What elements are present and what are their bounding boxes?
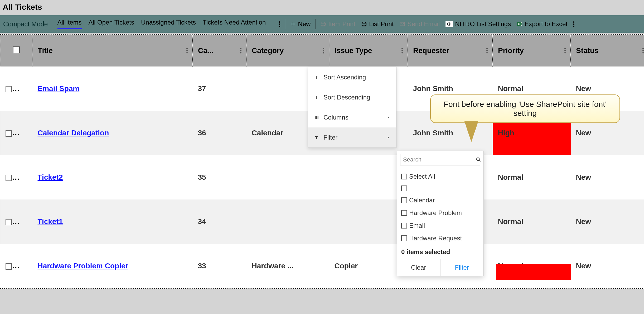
compact-mode-label[interactable]: Compact Mode [3, 20, 48, 28]
ticket-link[interactable]: Hardware Problem Copier [38, 262, 128, 270]
column-menu-icon[interactable] [323, 48, 324, 54]
excel-icon: X [517, 21, 522, 27]
view-unassigned-tickets[interactable]: Unassigned Tickets [138, 17, 199, 31]
view-all-items[interactable]: All Items [54, 17, 85, 31]
filter-option-label: Hardware Problem [409, 209, 462, 217]
filter-option-label: Email [409, 222, 425, 229]
filter-option[interactable] [401, 183, 479, 194]
view-all-open-tickets[interactable]: All Open Tickets [85, 17, 137, 31]
row-category: Hardware ... [246, 244, 329, 288]
new-button[interactable]: New [287, 19, 313, 29]
header-priority[interactable]: Priority [493, 35, 571, 66]
filter-option[interactable]: Hardware Request [401, 232, 479, 245]
filter-option[interactable]: Email [401, 219, 479, 232]
printer-icon [361, 21, 367, 27]
checkbox-icon[interactable] [6, 130, 12, 137]
ticket-link[interactable]: Ticket2 [38, 173, 63, 181]
filter-option[interactable]: Hardware Problem [401, 207, 479, 219]
header-category[interactable]: Category [246, 35, 329, 66]
row-case: 35 [193, 155, 246, 199]
filter-search[interactable] [400, 154, 480, 165]
filter-apply-button[interactable]: Filter [440, 259, 484, 276]
sort-descending[interactable]: Sort Descending [308, 87, 396, 107]
chevron-right-icon [387, 136, 390, 139]
filter-submenu[interactable]: Filter [308, 127, 396, 148]
row-select[interactable]: ... [0, 66, 32, 111]
list-print-label: List Print [369, 20, 394, 28]
ticket-grid: Title Ca... Category Issue Type Requeste… [0, 34, 644, 289]
columns-icon [314, 115, 319, 120]
row-actions-icon[interactable]: ... [12, 129, 20, 137]
header-title-label: Title [38, 46, 53, 55]
views-overflow-icon[interactable] [276, 21, 283, 27]
checkbox-icon[interactable] [13, 46, 20, 53]
header-status[interactable]: Status [571, 35, 644, 66]
export-excel-button[interactable]: X Export to Excel [514, 19, 570, 29]
annotation-callout: Font before enabling 'Use SharePoint sit… [430, 94, 620, 123]
checkbox-icon[interactable] [401, 210, 407, 216]
row-actions-icon[interactable]: ... [12, 173, 20, 182]
row-issue: Copier [329, 244, 408, 288]
row-select[interactable]: ... [0, 244, 32, 288]
list-print-button[interactable]: List Print [359, 19, 396, 29]
row-select[interactable]: ... [0, 155, 32, 199]
header-requester[interactable]: Requester [408, 35, 493, 66]
send-email-button[interactable]: Send Email [397, 19, 442, 29]
filter-option-label: Hardware Request [409, 235, 462, 242]
column-menu-icon[interactable] [186, 48, 188, 54]
checkbox-icon[interactable] [401, 197, 407, 203]
filter-select-all[interactable]: Select All [401, 170, 479, 183]
row-title: Hardware Problem Copier [32, 244, 193, 288]
header-case[interactable]: Ca... [193, 35, 246, 66]
row-issue [329, 155, 408, 199]
callout-tail [465, 122, 478, 142]
columns-submenu[interactable]: Columns [308, 107, 396, 127]
checkbox-icon[interactable] [6, 175, 12, 181]
toolbar-overflow-icon[interactable] [570, 21, 577, 27]
checkbox-icon[interactable] [401, 174, 407, 179]
checkbox-icon[interactable] [401, 223, 407, 229]
arrow-down-icon [314, 95, 319, 100]
checkbox-icon[interactable] [6, 219, 12, 225]
filter-option[interactable]: Calendar [401, 194, 479, 207]
new-button-label: New [298, 20, 311, 28]
header-issue-type[interactable]: Issue Type [329, 35, 408, 66]
row-actions-icon[interactable]: ... [12, 84, 20, 93]
header-title[interactable]: Title [32, 35, 193, 66]
columns-label: Columns [323, 114, 348, 121]
priority-high-peek [496, 264, 571, 280]
column-menu-icon[interactable] [240, 48, 241, 54]
row-actions-icon[interactable]: ... [12, 217, 20, 226]
column-menu-icon[interactable] [486, 48, 488, 54]
row-actions-icon[interactable]: ... [12, 262, 20, 270]
eye-icon [446, 21, 453, 27]
export-label: Export to Excel [525, 20, 567, 28]
filter-search-input[interactable] [403, 156, 476, 163]
row-select[interactable]: ... [0, 199, 32, 244]
column-menu-icon[interactable] [401, 48, 403, 54]
sort-ascending[interactable]: Sort Ascending [308, 67, 396, 87]
ticket-link[interactable]: Calendar Delegation [38, 129, 109, 137]
header-select-all[interactable] [0, 35, 32, 66]
toolbar: Compact Mode All Items All Open Tickets … [0, 15, 644, 33]
svg-point-2 [449, 23, 450, 25]
row-priority: Normal [493, 199, 571, 244]
ticket-link[interactable]: Email Spam [38, 84, 80, 93]
checkbox-icon[interactable] [401, 185, 407, 191]
ticket-link[interactable]: Ticket1 [38, 217, 63, 226]
column-menu-icon[interactable] [564, 48, 566, 54]
filter-clear-button[interactable]: Clear [397, 259, 440, 276]
sort-desc-label: Sort Descending [323, 94, 370, 101]
column-menu-icon[interactable] [642, 48, 644, 54]
item-print-button[interactable]: Item Print [318, 19, 358, 29]
checkbox-icon[interactable] [6, 86, 12, 92]
row-select[interactable]: ... [0, 111, 32, 155]
checkbox-icon[interactable] [401, 235, 407, 241]
checkbox-icon[interactable] [6, 263, 12, 270]
header-status-label: Status [576, 46, 599, 55]
svg-rect-5 [521, 22, 522, 23]
view-tickets-need-attention[interactable]: Tickets Need Attention [200, 17, 269, 31]
search-icon[interactable] [476, 157, 481, 163]
nitro-list-settings-button[interactable]: NITRO List Settings [443, 19, 514, 29]
row-status: New [571, 199, 644, 244]
